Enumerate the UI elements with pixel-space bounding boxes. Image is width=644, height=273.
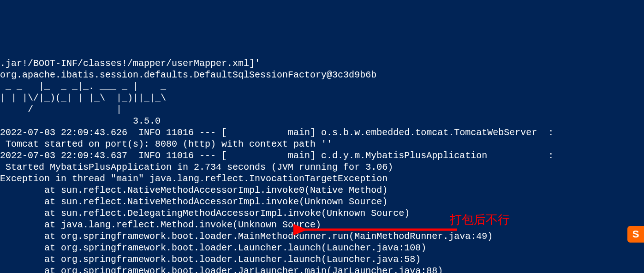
stacktrace-line: at sun.reflect.DelegatingMethodAccessorI…: [0, 208, 410, 219]
terminal-output: .jar!/BOOT-INF/classes!/mapper/userMappe…: [0, 46, 644, 273]
stacktrace-line: at org.springframework.boot.loader.Launc…: [0, 243, 426, 253]
stacktrace-line: at org.springframework.boot.loader.JarLa…: [0, 266, 443, 273]
log-line: 2022-07-03 22:09:43.637 INFO 11016 --- […: [0, 150, 554, 161]
annotation-label: 打包后不行: [450, 212, 510, 227]
version-line: 3.5.0: [0, 116, 166, 126]
stacktrace-line: at org.springframework.boot.loader.Launc…: [0, 254, 421, 265]
stacktrace-line: at sun.reflect.NativeMethodAccessorImpl.…: [0, 185, 388, 196]
ascii-art-line: | | |\/|_)(_| | |_\ |_)||_|_\: [0, 93, 172, 103]
log-line: Tomcat started on port(s): 8080 (http) w…: [0, 139, 332, 149]
ascii-art-line: _ _ |_ _ _|_. ___ _ | _: [0, 81, 172, 92]
log-line: org.apache.ibatis.session.defaults.Defau…: [0, 70, 376, 80]
ascii-art-line: / |: [0, 104, 172, 115]
log-line: Started MybatisPlusApplication in 2.734 …: [0, 162, 393, 172]
log-line: .jar!/BOOT-INF/classes!/mapper/userMappe…: [0, 58, 260, 69]
stacktrace-line: at java.lang.reflect.Method.invoke(Unkno…: [0, 220, 321, 230]
stacktrace-line: at org.springframework.boot.loader.MainM…: [0, 231, 493, 242]
badge-letter: S: [632, 228, 639, 241]
stacktrace-line: at sun.reflect.NativeMethodAccessorImpl.…: [0, 196, 388, 207]
log-line: 2022-07-03 22:09:43.626 INFO 11016 --- […: [0, 127, 554, 138]
exception-line: Exception in thread "main" java.lang.ref…: [0, 173, 388, 184]
app-badge-icon[interactable]: S: [627, 226, 644, 243]
